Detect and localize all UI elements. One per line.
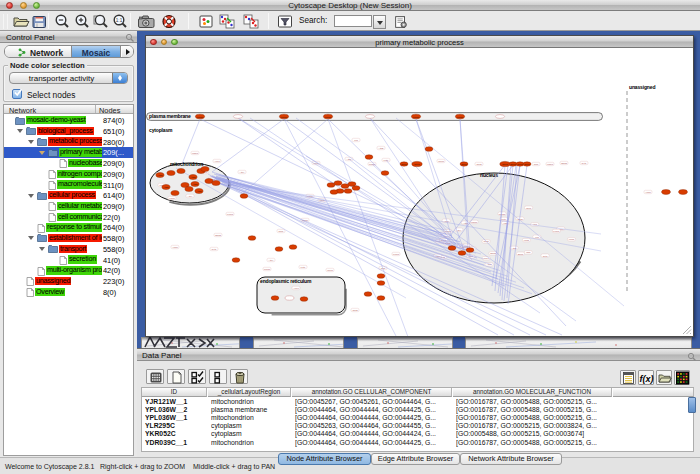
svg-text:Nup1: Nup1: [517, 163, 523, 166]
svg-text:nucleus: nucleus: [480, 172, 498, 178]
svg-text:Kgd1: Kgd1: [169, 197, 175, 200]
svg-text:Nup1: Nup1: [461, 163, 467, 166]
svg-text:Aco1: Aco1: [214, 160, 220, 163]
svg-text:cytoplasm: cytoplasm: [149, 127, 173, 133]
svg-text:mitochondrion: mitochondrion: [170, 161, 203, 167]
svg-text:Cyt1: Cyt1: [543, 255, 549, 258]
svg-text:Cox5: Cox5: [438, 160, 444, 163]
svg-text:Nup1: Nup1: [401, 163, 407, 166]
svg-text:Pma1: Pma1: [281, 116, 288, 119]
svg-text:Pma1: Pma1: [499, 213, 506, 216]
svg-text:Nup1: Nup1: [524, 163, 530, 166]
svg-text:Idh1: Idh1: [526, 251, 531, 254]
svg-text:unassigned: unassigned: [629, 84, 655, 90]
svg-text:Cyt1: Cyt1: [582, 162, 588, 165]
svg-text:Nup1: Nup1: [510, 163, 516, 166]
svg-text:Cox5: Cox5: [327, 269, 333, 272]
svg-text:Atp2: Atp2: [164, 186, 170, 189]
svg-text:Sdh2: Sdh2: [490, 252, 496, 255]
svg-text:Atp2: Atp2: [512, 247, 518, 250]
svg-text:Atp4: Atp4: [269, 259, 275, 262]
svg-text:Pma1: Pma1: [197, 116, 204, 119]
svg-text:Yhb1: Yhb1: [172, 246, 178, 249]
svg-text:Aco1: Aco1: [293, 287, 299, 290]
svg-text:Lsc2: Lsc2: [524, 239, 530, 242]
svg-text:1:1: 1:1: [116, 18, 123, 23]
svg-text:Atp2: Atp2: [197, 190, 203, 193]
svg-text:plasma membrane: plasma membrane: [149, 113, 191, 119]
svg-text:Pma1: Pma1: [325, 116, 332, 119]
svg-text:Cyt1: Cyt1: [212, 248, 218, 251]
svg-text:Pet9: Pet9: [501, 218, 507, 221]
svg-text:Atp2: Atp2: [193, 183, 199, 186]
svg-text:Pma1: Pma1: [457, 116, 464, 119]
svg-text:Kgd1: Kgd1: [569, 238, 575, 241]
svg-text:Nup1: Nup1: [414, 163, 420, 166]
svg-text:Fum1: Fum1: [227, 213, 234, 216]
svg-text:Qcr2: Qcr2: [352, 309, 358, 312]
svg-text:Atp2: Atp2: [379, 147, 385, 150]
svg-text:Nup1: Nup1: [502, 163, 508, 166]
svg-text:Ilv5: Ilv5: [535, 236, 539, 239]
svg-text:Sdh2: Sdh2: [561, 162, 567, 165]
svg-text:Fum1: Fum1: [393, 253, 400, 256]
svg-text:Fum1: Fum1: [553, 230, 560, 233]
svg-text:Yhb1: Yhb1: [645, 191, 651, 194]
svg-text:Sdh2: Sdh2: [215, 234, 221, 237]
svg-text:Ilv5: Ilv5: [354, 139, 358, 142]
svg-text:f(x): f(x): [640, 374, 654, 384]
svg-text:Qcr2: Qcr2: [476, 163, 482, 166]
svg-text:Mdh1: Mdh1: [471, 221, 478, 224]
svg-text:Mdh1: Mdh1: [192, 152, 199, 155]
svg-text:Mdh1: Mdh1: [547, 163, 554, 166]
svg-text:Pma1: Pma1: [413, 116, 420, 119]
svg-text:Pma1: Pma1: [264, 268, 271, 271]
svg-text:Atp4: Atp4: [188, 195, 194, 198]
svg-text:Rip1: Rip1: [279, 230, 285, 233]
svg-text:Atp2: Atp2: [191, 176, 197, 179]
svg-text:Rip1: Rip1: [526, 207, 532, 210]
svg-text:Atp2: Atp2: [158, 174, 164, 177]
svg-text:Idh1: Idh1: [534, 163, 539, 166]
svg-text:endoplasmic reticulum: endoplasmic reticulum: [260, 278, 312, 284]
svg-text:Sdh1: Sdh1: [518, 253, 524, 256]
svg-text:Pet9: Pet9: [301, 266, 307, 269]
svg-text:Atp4: Atp4: [240, 171, 246, 174]
